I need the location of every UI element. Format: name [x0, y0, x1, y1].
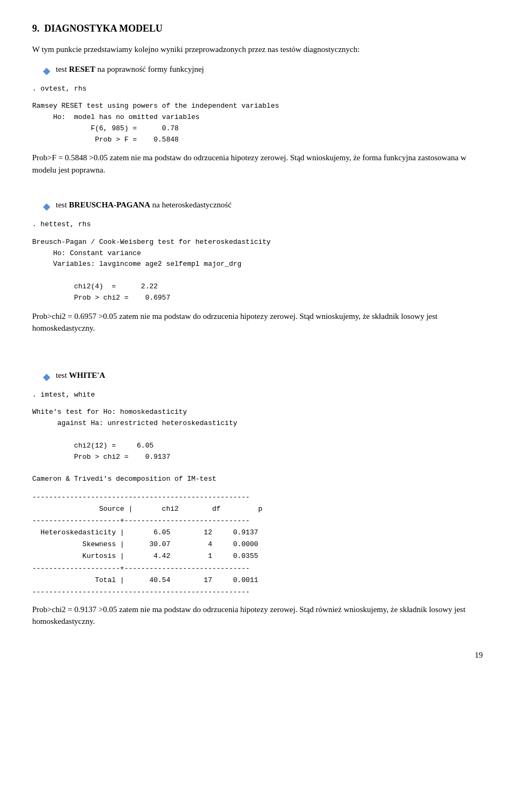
section-number: 9.	[32, 23, 40, 34]
page-number: 19	[475, 651, 483, 659]
diamond-icon-white: ◆	[43, 370, 50, 384]
white-prob-text: Prob>chi2 = 0.9137 >0.05 zatem nie ma po…	[32, 605, 297, 614]
white-table: ----------------------------------------…	[32, 491, 483, 598]
intro-text: W tym punkcie przedstawiamy kolejno wyni…	[32, 43, 483, 56]
diamond-icon-bp: ◆	[43, 199, 50, 214]
bp-prob-line: Prob>chi2 = 0.6957 >0.05 zatem nie ma po…	[32, 310, 483, 334]
bullet-bp-label: test BREUSCHA-PAGANA na heteroskedastycz…	[56, 199, 232, 211]
bullet-white-bold: WHITE'A	[69, 371, 106, 379]
reset-code-command: . ovtest, rhs	[32, 84, 483, 95]
bp-prob-text: Prob>chi2 = 0.6957 >0.05 zatem nie ma po…	[32, 312, 297, 321]
bp-code-output: Breusch-Pagan / Cook-Weisberg test for h…	[32, 237, 483, 304]
bullet-white: ◆ test WHITE'A	[43, 369, 483, 384]
bullet-reset-text1: test	[56, 65, 69, 73]
diamond-icon-reset: ◆	[43, 64, 50, 78]
bullet-bp: ◆ test BREUSCHA-PAGANA na heteroskedasty…	[43, 199, 483, 214]
bullet-bp-text2: na heteroskedastyczność	[150, 200, 232, 209]
bullet-white-text1: test	[56, 371, 69, 379]
page-number-container: 19	[32, 649, 483, 661]
bullet-reset-label: test RESET na poprawność formy funkcyjne…	[56, 63, 204, 76]
bullet-reset-text2: na poprawność formy funkcyjnej	[95, 65, 204, 73]
bullet-bp-bold: BREUSCHA-PAGANA	[69, 200, 150, 209]
reset-code-output: Ramsey RESET test using powers of the in…	[32, 101, 483, 145]
bp-code-command: . hettest, rhs	[32, 219, 483, 230]
section-title: 9. DIAGNOSTYKA MODELU	[32, 21, 483, 36]
bullet-reset-bold: RESET	[69, 65, 95, 73]
bullet-bp-text1: test	[56, 200, 69, 209]
bullet-reset: ◆ test RESET na poprawność formy funkcyj…	[43, 63, 483, 78]
bullet-white-label: test WHITE'A	[56, 369, 105, 382]
white-prob-line: Prob>chi2 = 0.9137 >0.05 zatem nie ma po…	[32, 604, 483, 628]
section-heading: DIAGNOSTYKA MODELU	[45, 23, 163, 34]
white-code-output: White's test for Ho: homoskedasticity ag…	[32, 407, 483, 485]
white-code-command: . imtest, white	[32, 390, 483, 401]
reset-prob-text: Prob>F = 0.5848 >0.05 zatem nie ma podst…	[32, 153, 288, 162]
reset-prob-line: Prob>F = 0.5848 >0.05 zatem nie ma podst…	[32, 152, 483, 176]
